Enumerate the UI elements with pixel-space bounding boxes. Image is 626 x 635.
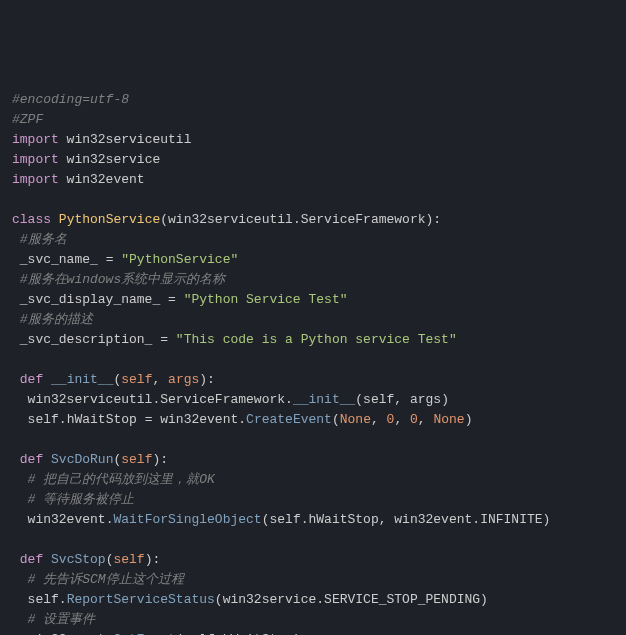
attr: _svc_description_ xyxy=(12,332,160,347)
equals: = xyxy=(160,332,168,347)
attr: _svc_name_ xyxy=(12,252,106,267)
call: win32serviceutil xyxy=(12,392,152,407)
none: None xyxy=(433,412,464,427)
func-name: SvcDoRun xyxy=(51,452,113,467)
comma: , xyxy=(152,372,168,387)
indent xyxy=(12,452,20,467)
func-name: SvcStop xyxy=(51,552,106,567)
comma: , xyxy=(418,412,434,427)
comment: # 等待服务被停止 xyxy=(12,492,134,507)
comment: #ZPF xyxy=(12,112,43,127)
indent xyxy=(12,552,20,567)
args: (self xyxy=(262,512,301,527)
space xyxy=(43,372,51,387)
comment: # 设置事件 xyxy=(12,612,95,627)
module: win32serviceutil xyxy=(59,132,192,147)
module: win32service xyxy=(59,152,160,167)
const: SERVICE_STOP_PENDING) xyxy=(324,592,488,607)
method: __init__ xyxy=(293,392,355,407)
keyword: import xyxy=(12,172,59,187)
paren: ): xyxy=(152,452,168,467)
const: INFINITE) xyxy=(480,512,550,527)
space xyxy=(51,212,59,227)
paren: ( xyxy=(332,412,340,427)
string: "This code is a Python service Test" xyxy=(176,332,457,347)
comma: , xyxy=(394,412,410,427)
space xyxy=(43,452,51,467)
dot: . xyxy=(472,512,480,527)
module: win32event xyxy=(59,172,145,187)
space xyxy=(176,292,184,307)
method: ReportServiceStatus xyxy=(67,592,215,607)
keyword: def xyxy=(20,552,43,567)
keyword: def xyxy=(20,452,43,467)
space xyxy=(43,552,51,567)
dot: . xyxy=(285,392,293,407)
dot: . xyxy=(59,592,67,607)
comment: #服务名 xyxy=(12,232,67,247)
space xyxy=(168,332,176,347)
comment: #服务在windows系统中显示的名称 xyxy=(12,272,225,287)
comment: #encoding=utf-8 xyxy=(12,92,129,107)
keyword: def xyxy=(20,372,43,387)
args: (win32service xyxy=(215,592,316,607)
keyword: class xyxy=(12,212,51,227)
num: 0 xyxy=(410,412,418,427)
attr: hWaitStop xyxy=(67,412,145,427)
code-editor: #encoding=utf-8 #ZPF import win32service… xyxy=(12,90,614,635)
dot: . xyxy=(316,592,324,607)
paren: (win32serviceutil xyxy=(160,212,293,227)
dot: . xyxy=(301,512,309,527)
attr: _svc_display_name_ xyxy=(12,292,168,307)
mod: win32event xyxy=(152,412,238,427)
paren: ) xyxy=(465,412,473,427)
self: self xyxy=(121,452,152,467)
class-name: PythonService xyxy=(59,212,160,227)
dot: . xyxy=(59,412,67,427)
comma: , xyxy=(371,412,387,427)
mod: win32event xyxy=(12,512,106,527)
method: WaitForSingleObject xyxy=(113,512,261,527)
comment: # 把自己的代码放到这里，就OK xyxy=(12,472,215,487)
paren: ): xyxy=(145,552,161,567)
cls: ServiceFramework xyxy=(160,392,285,407)
colon: ): xyxy=(426,212,442,227)
equals: = xyxy=(168,292,176,307)
attr: hWaitStop, win32event xyxy=(309,512,473,527)
arg: args xyxy=(168,372,199,387)
comment: # 先告诉SCM停止这个过程 xyxy=(12,572,184,587)
dot: . xyxy=(293,212,301,227)
keyword: import xyxy=(12,132,59,147)
string: "PythonService" xyxy=(121,252,238,267)
args: (self, args) xyxy=(355,392,449,407)
method: CreateEvent xyxy=(246,412,332,427)
dot: . xyxy=(238,412,246,427)
none: None xyxy=(340,412,371,427)
self: self xyxy=(113,552,144,567)
paren: ): xyxy=(199,372,215,387)
comment: #服务的描述 xyxy=(12,312,93,327)
string: "Python Service Test" xyxy=(184,292,348,307)
base-class: ServiceFramework xyxy=(301,212,426,227)
indent xyxy=(12,372,20,387)
self: self xyxy=(12,592,59,607)
self: self xyxy=(12,412,59,427)
keyword: import xyxy=(12,152,59,167)
func-name: __init__ xyxy=(51,372,113,387)
self: self xyxy=(121,372,152,387)
